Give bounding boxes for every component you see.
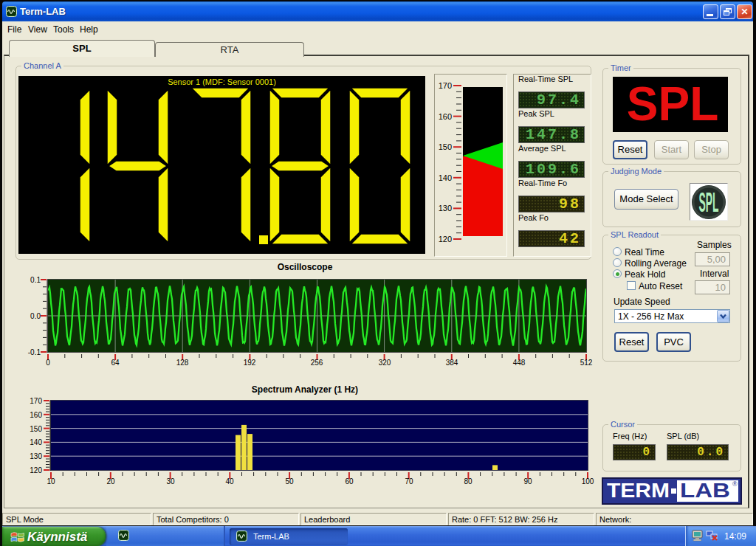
svg-text:TERM: TERM xyxy=(607,480,670,502)
svg-text:®: ® xyxy=(732,480,738,488)
svg-text:LAB: LAB xyxy=(680,480,730,502)
svg-text:SPL: SPL xyxy=(699,187,719,218)
